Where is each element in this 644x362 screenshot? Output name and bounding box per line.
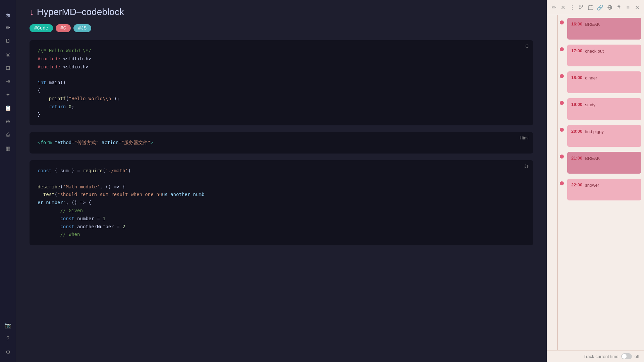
timeline-item-1700: 17:00 check out xyxy=(547,42,644,69)
sidebar: 勃学 ✏ 🗋 ◎ ⊞ ⇥ ✦ 📋 ❋ ⎙ ▦ 📷 ? ⚙ xyxy=(0,0,16,362)
svg-point-0 xyxy=(579,5,581,7)
event-label-1900: study xyxy=(585,102,595,107)
lang-label-js: Js xyxy=(524,164,529,169)
timeline-item-1800: 18:00 dinner xyxy=(547,69,644,96)
code-section-js: Js const { sum } = require('./math') des… xyxy=(30,160,533,245)
timeline-item-1600: 16:00 BREAK xyxy=(547,15,644,42)
event-label-1800: dinner xyxy=(585,75,597,80)
panel-hash-icon[interactable]: # xyxy=(616,3,622,12)
sidebar-item-settings[interactable]: ⚙ xyxy=(2,346,14,358)
panel-pencil-icon[interactable]: ✏ xyxy=(551,3,557,12)
event-label-2200: shower xyxy=(585,183,599,188)
sidebar-item-camera[interactable]: 📷 xyxy=(2,319,14,331)
timeline-block-1900[interactable]: 19:00 study xyxy=(567,98,641,120)
sidebar-item-help[interactable]: ? xyxy=(2,333,14,345)
sidebar-item-pin[interactable]: ◎ xyxy=(2,48,14,60)
network-icon: ❋ xyxy=(6,118,10,125)
sidebar-item-table[interactable]: ▦ xyxy=(2,142,14,154)
panel-globe-icon[interactable] xyxy=(607,3,612,12)
time-label-1600: 16:00 xyxy=(571,21,582,26)
tags-row: #Code #C #JS xyxy=(30,24,533,32)
lang-label-html: Html xyxy=(520,135,529,140)
sidebar-item-file[interactable]: 🗋 xyxy=(2,35,14,47)
code-section-c: C /\* Hello World \*/ #include <stdlib.h… xyxy=(30,40,533,125)
timeline-block-2000[interactable]: 20:00 find piggy xyxy=(567,125,641,147)
pencil-icon: ✏ xyxy=(6,24,10,31)
timeline-dot-1800 xyxy=(560,74,564,78)
login-icon: ⇥ xyxy=(6,78,10,84)
timeline-item-2200: 22:00 shower xyxy=(547,176,644,203)
sidebar-item-print[interactable]: ⎙ xyxy=(2,129,14,141)
event-label-1600: BREAK xyxy=(585,22,600,27)
star-icon: ✦ xyxy=(6,92,10,98)
tag-c[interactable]: #C xyxy=(56,24,71,32)
grid-icon: ⊞ xyxy=(6,65,10,71)
timeline-dot-2000 xyxy=(560,128,564,132)
event-label-2100: BREAK xyxy=(585,156,600,161)
sidebar-item-home[interactable]: 勃学 xyxy=(2,4,14,16)
book-icon: 📋 xyxy=(5,105,11,111)
title-text: HyperMD–codeblock xyxy=(37,7,124,17)
time-label-1800: 18:00 xyxy=(571,75,582,80)
time-label-1700: 17:00 xyxy=(571,48,582,53)
panel-link-icon[interactable]: 🔗 xyxy=(597,3,603,12)
timeline-item-2100: 21:00 BREAK xyxy=(547,149,644,176)
time-label-2100: 21:00 xyxy=(571,156,582,161)
timeline-block-1700[interactable]: 17:00 check out xyxy=(567,45,641,66)
event-label-1700: check out xyxy=(585,49,604,54)
code-content-html[interactable]: <form method="传送方式" action="服务器文件"> xyxy=(38,139,525,147)
tag-js[interactable]: #JS xyxy=(73,24,91,32)
panel-branch-icon[interactable] xyxy=(579,3,584,12)
help-icon: ? xyxy=(6,336,9,342)
timeline[interactable]: 16:00 BREAK 17:00 check out xyxy=(547,15,644,350)
svg-point-1 xyxy=(582,5,583,7)
track-state: off xyxy=(635,354,639,359)
event-label-2000: find piggy xyxy=(585,129,604,134)
settings-icon: ⚙ xyxy=(6,349,10,355)
title-arrow: ↓ xyxy=(30,7,34,17)
sidebar-item-edit[interactable]: ✏ xyxy=(2,21,14,34)
sidebar-item-book[interactable]: 📋 xyxy=(2,102,14,114)
code-content-c[interactable]: /\* Hello World \*/ #include <stdlib.h> … xyxy=(38,47,525,119)
panel-close2-icon[interactable]: ✕ xyxy=(634,3,640,12)
timeline-block-2100[interactable]: 21:00 BREAK xyxy=(567,152,641,174)
editor-area: ↓ HyperMD–codeblock #Code #C #JS C /\* H… xyxy=(16,0,547,362)
timeline-block-1800[interactable]: 18:00 dinner xyxy=(567,71,641,93)
right-panel-header: ✏ ✕ ⋮ 🔗 # ≡ ✕ xyxy=(547,0,644,15)
table-icon: ▦ xyxy=(5,145,10,152)
time-label-1900: 19:00 xyxy=(571,102,582,107)
pin-icon: ◎ xyxy=(6,51,10,58)
time-label-2200: 22:00 xyxy=(571,182,582,187)
timeline-item-1900: 19:00 study xyxy=(547,96,644,122)
panel-calendar-icon[interactable] xyxy=(588,3,593,12)
timeline-dot-1900 xyxy=(560,101,564,105)
sidebar-item-login[interactable]: ⇥ xyxy=(2,75,14,87)
timeline-dot-1700 xyxy=(560,47,564,51)
timeline-dot-1600 xyxy=(560,20,564,24)
code-content-js[interactable]: const { sum } = require('./math') descri… xyxy=(38,167,525,239)
time-label-2000: 20:00 xyxy=(571,129,582,134)
panel-close-icon[interactable]: ✕ xyxy=(560,3,566,12)
timeline-dot-2200 xyxy=(560,181,564,185)
sidebar-item-grid[interactable]: ⊞ xyxy=(2,62,14,74)
timeline-block-1600[interactable]: 16:00 BREAK xyxy=(567,18,641,40)
lang-label-c: C xyxy=(526,44,529,49)
track-toggle[interactable] xyxy=(621,353,632,359)
right-panel: ✏ ✕ ⋮ 🔗 # ≡ ✕ 16:00 BREA xyxy=(547,0,644,362)
camera-icon: 📷 xyxy=(5,322,11,328)
svg-line-5 xyxy=(581,7,582,8)
sidebar-item-network[interactable]: ❋ xyxy=(2,115,14,127)
sidebar-item-star[interactable]: ✦ xyxy=(2,88,14,101)
code-section-html: Html <form method="传送方式" action="服务器文件"> xyxy=(30,132,533,154)
timeline-dot-2100 xyxy=(560,155,564,159)
print-icon: ⎙ xyxy=(6,132,10,138)
panel-more-icon[interactable]: ⋮ xyxy=(569,3,575,12)
panel-list-icon[interactable]: ≡ xyxy=(625,3,631,12)
timeline-block-2200[interactable]: 22:00 shower xyxy=(567,179,641,200)
tag-code[interactable]: #Code xyxy=(30,24,53,32)
file-icon: 🗋 xyxy=(5,38,11,44)
track-label: Track current time xyxy=(584,354,619,359)
svg-point-2 xyxy=(579,8,581,9)
editor-title: ↓ HyperMD–codeblock xyxy=(30,7,533,17)
svg-rect-6 xyxy=(588,6,593,10)
